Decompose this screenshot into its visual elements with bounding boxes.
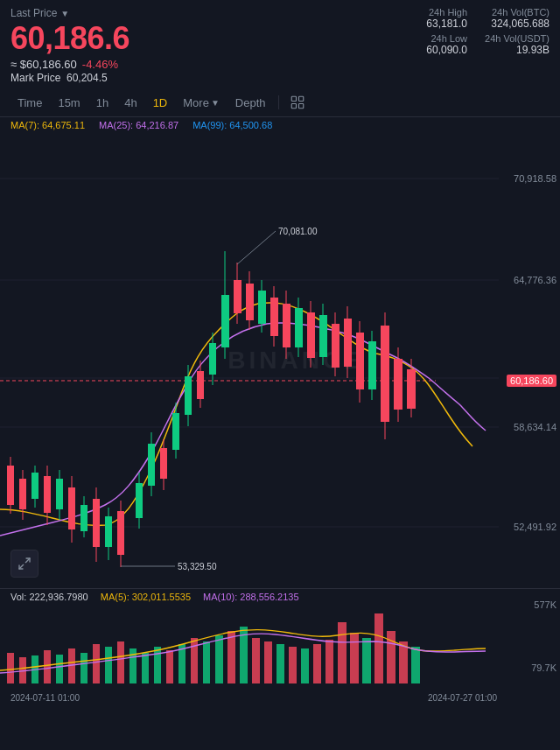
vol-ma5-label: MA(5) [101,592,127,602]
svg-rect-152 [399,641,408,683]
svg-rect-36 [93,499,100,547]
high-value: 63,181.0 [402,18,467,30]
tab-4h[interactable]: 4h [117,93,144,113]
svg-rect-106 [368,341,376,389]
svg-rect-127 [93,644,100,683]
svg-line-74 [237,231,276,264]
price-label-3: 58,634.14 [514,422,556,432]
svg-rect-21 [32,473,38,499]
svg-rect-137 [215,635,223,683]
ma25-value: 64,216.87 [136,120,178,130]
candlestick-svg: 53,329.50 [0,133,499,588]
vol-label-top: 577K [534,599,556,610]
svg-rect-0 [291,96,296,101]
svg-rect-59 [185,376,192,415]
svg-rect-128 [105,647,112,683]
svg-rect-146 [326,640,333,683]
price-label-1: 64,776.36 [514,275,556,285]
ma7-value: 64,675.11 [42,120,85,130]
ma99-label: MA(99) [192,120,224,130]
tab-divider [278,95,279,109]
stat-high: 24h High 63,181.0 [402,7,467,30]
svg-rect-39 [105,516,112,547]
svg-rect-18 [19,479,26,509]
time-axis: 2024-07-11 01:00 2024-07-27 01:00 [0,691,560,704]
svg-rect-79 [258,291,266,324]
vol-ma10-label: MA(10) [203,592,234,602]
svg-rect-82 [270,298,278,336]
ma25-label: MA(25) [99,120,130,130]
tab-1h[interactable]: 1h [89,93,116,113]
vol-ma10-indicator: MA(10): 288,556.2135 [203,592,298,602]
chart-settings-icon[interactable] [284,93,311,112]
svg-rect-129 [117,641,124,683]
stat-low: 24h Low 60,090.0 [402,33,467,56]
svg-rect-112 [394,359,402,410]
low-label: 24h Low [402,33,467,44]
expand-button[interactable] [10,550,38,578]
tab-more[interactable]: More ▼ [176,93,227,113]
last-price-label: Last Price [10,7,57,19]
price-sub-row: ≈ $60,186.60 -4.46% [10,58,550,71]
svg-rect-103 [356,333,364,389]
svg-rect-140 [252,638,260,683]
tab-depth[interactable]: Depth [228,93,273,113]
svg-rect-153 [411,647,420,683]
ma99-value: 64,500.68 [229,120,272,130]
ma25-indicator: MA(25): 64,216.87 [99,120,178,130]
svg-rect-91 [307,312,315,358]
mark-price-value: 60,204.5 [66,72,108,84]
ma7-indicator: MA(7): 64,675.11 [10,120,85,130]
svg-rect-145 [313,644,321,683]
tab-time[interactable]: Time [10,93,49,113]
chart-tabs: Time 15m 1h 4h 1D More ▼ Depth [0,89,560,117]
svg-rect-53 [160,448,167,479]
svg-rect-76 [246,284,254,320]
svg-rect-15 [7,466,14,505]
svg-rect-30 [68,487,75,529]
tab-15m[interactable]: 15m [51,93,87,113]
low-value: 60,090.0 [402,44,467,56]
svg-rect-47 [136,483,143,518]
svg-rect-27 [56,479,63,509]
svg-rect-133 [166,650,173,683]
vol-btc-value: 324,065.688 [485,18,550,30]
dropdown-arrow-icon[interactable]: ▼ [60,9,69,18]
vol-label: Vol [10,592,24,602]
svg-rect-24 [44,476,51,513]
svg-rect-131 [142,653,149,683]
svg-rect-71 [234,280,242,313]
svg-rect-124 [56,655,63,683]
vol-label-bottom: 79.7K [531,662,556,673]
time-label-1: 2024-07-11 01:00 [10,693,80,703]
svg-rect-149 [362,638,371,683]
svg-rect-2 [291,104,296,109]
mark-price-label: Mark Price [10,72,60,84]
svg-rect-1 [298,96,303,101]
stat-vol-usdt: 24h Vol(USDT) 19.93B [485,33,550,56]
svg-rect-135 [191,638,198,683]
main-chart[interactable]: BINANCE [0,133,560,588]
price-label-top: 70,918.58 [514,173,556,184]
svg-rect-109 [381,326,389,422]
ma99-indicator: MA(99): 64,500.68 [192,120,272,130]
svg-rect-126 [80,653,88,683]
svg-line-118 [25,558,30,563]
volume-indicators-bar: Vol: 222,936.7980 MA(5): 302,011.5535 MA… [0,589,560,605]
price-axis: 70,918.58 64,776.36 60,186.60 58,634.14 … [495,133,556,588]
header-stats: 24h High 63,181.0 24h Vol(BTC) 324,065.6… [402,7,550,56]
svg-text:70,081.00: 70,081.00 [278,227,318,236]
svg-rect-97 [332,324,340,368]
mark-price-row: Mark Price 60,204.5 [10,72,550,84]
ma7-label: MA(7) [10,120,37,130]
vol-usdt-label: 24h Vol(USDT) [485,33,550,44]
volume-svg [0,605,499,683]
svg-rect-65 [209,343,216,375]
tab-1d[interactable]: 1D [146,93,175,113]
svg-rect-33 [80,505,88,531]
svg-rect-143 [289,647,297,683]
time-label-2: 2024-07-27 01:00 [428,693,497,703]
svg-rect-138 [228,631,235,683]
vol-ma5-value: 302,011.5535 [132,592,191,602]
svg-rect-115 [407,369,416,409]
